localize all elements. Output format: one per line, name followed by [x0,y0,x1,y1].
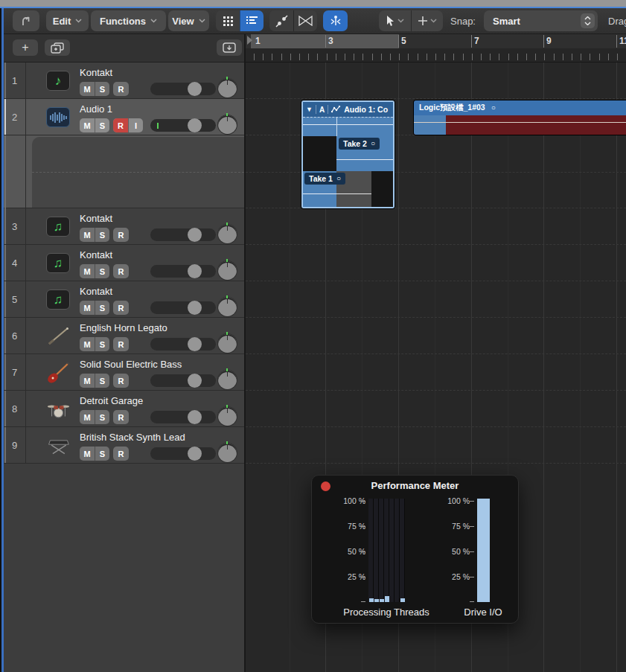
track-name[interactable]: Kontakt [80,213,112,224]
track-name[interactable]: Detroit Garage [80,395,143,406]
pan-knob[interactable] [218,79,237,97]
track-name[interactable]: Audio 1 [80,103,112,115]
comp-icon[interactable] [331,106,341,113]
track-name[interactable]: Kontakt [80,249,112,260]
solo-button[interactable]: S [95,374,109,388]
solo-button[interactable]: S [95,228,109,242]
duplicate-track-button[interactable] [45,39,70,56]
instrument-icon-box[interactable] [46,326,70,346]
take-folder-region[interactable]: ▼ A Audio 1: Co Take 2 ○ [301,100,395,208]
snap-dropdown[interactable]: Smart [484,10,598,31]
solo-button[interactable]: S [95,264,109,278]
audio-region-header[interactable]: Logic預設檔_1#03 ○ [414,100,626,115]
instrument-icon-box[interactable]: ♪ [46,71,70,91]
performance-meter-window[interactable]: Performance Meter 100 % 75 % 50 % 25 % 1… [311,475,519,624]
volume-knob[interactable] [188,118,202,132]
record-enable-button[interactable]: R [113,301,129,315]
track-name[interactable]: English Horn Legato [80,322,167,333]
bar-ruler[interactable]: 1 3 5 7 9 11 [246,34,626,63]
functions-menu-button[interactable]: Functions [91,10,166,31]
record-enable-button[interactable]: R [113,410,129,424]
mute-button[interactable]: M [80,264,95,278]
solo-button[interactable]: S [95,447,109,461]
input-monitor-button[interactable]: I [128,118,143,132]
solo-button[interactable]: S [95,337,109,351]
pan-knob[interactable] [218,371,237,389]
volume-slider[interactable] [150,119,216,132]
track-name[interactable]: Kontakt [80,286,112,297]
take-2-lane[interactable]: Take 2 ○ [303,136,393,171]
instrument-icon-box[interactable]: ♫ [46,253,70,273]
volume-knob[interactable] [188,447,202,461]
list-view-button[interactable] [240,10,264,31]
take-select-circle-icon[interactable]: ○ [491,104,496,112]
volume-knob[interactable] [188,374,202,388]
pan-knob[interactable] [218,115,237,134]
pointer-tool-button[interactable] [379,10,411,31]
volume-knob[interactable] [188,337,202,351]
volume-knob[interactable] [188,301,202,315]
pan-knob[interactable] [218,334,237,353]
track-row-4[interactable]: 4 ♫ Kontakt MS R [4,245,244,281]
grid-view-button[interactable] [216,10,240,31]
instrument-icon-box[interactable]: ♫ [46,289,70,310]
add-track-button[interactable]: + [13,39,38,56]
solo-button[interactable]: S [95,118,109,132]
mute-button[interactable]: M [80,447,95,461]
collapse-track-headers-button[interactable] [217,39,242,56]
mute-button[interactable]: M [80,374,95,388]
volume-slider[interactable] [150,374,216,387]
automation-button[interactable] [269,10,293,31]
volume-slider[interactable] [150,228,216,241]
take-1-lane[interactable]: Take 1 ○ [303,171,393,207]
solo-button[interactable]: S [95,410,109,424]
comp-a-button[interactable]: A [319,106,325,114]
secondary-tool-button[interactable] [411,10,443,31]
mute-button[interactable]: M [80,301,95,315]
volume-slider[interactable] [150,338,216,351]
pan-knob[interactable] [218,298,237,316]
solo-button[interactable]: S [95,82,109,96]
comp-lane[interactable] [303,117,393,136]
take-select-circle-icon[interactable]: ○ [371,140,375,147]
volume-knob[interactable] [188,82,202,96]
track-row-5[interactable]: 5 ♫ Kontakt MS R [4,281,244,318]
comp-section-boundary[interactable] [336,118,337,136]
track-row-9[interactable]: 9 British Stack Synth Lead MS R [4,427,244,464]
track-name[interactable]: Kontakt [80,67,112,78]
instrument-icon-box[interactable] [46,435,70,455]
track-row-7[interactable]: 7 Solid Soul Electric Bass MS R [4,354,244,391]
record-enable-button[interactable]: R [113,447,129,461]
record-enable-button[interactable]: R [113,374,129,388]
instrument-icon-box[interactable] [46,399,70,419]
volume-slider[interactable] [150,265,216,278]
take-1-label-chip[interactable]: Take 1 ○ [304,173,345,185]
volume-slider[interactable] [150,83,216,95]
mute-button[interactable]: M [80,82,95,96]
track-row-1[interactable]: 1 ♪ Kontakt M S R [4,63,244,99]
edit-menu-button[interactable]: Edit [46,10,89,31]
volume-knob[interactable] [188,264,202,278]
take-select-circle-icon[interactable]: ○ [336,175,341,182]
volume-knob[interactable] [188,410,202,424]
volume-knob[interactable] [188,228,202,242]
track-name[interactable]: Solid Soul Electric Bass [80,359,182,370]
record-enable-button[interactable]: R [113,264,129,278]
take-lane-headers[interactable] [4,135,244,208]
pan-knob[interactable] [218,261,237,280]
view-menu-button[interactable]: View [168,10,209,31]
track-row-3[interactable]: 3 ♫ Kontakt MS R [4,208,244,245]
record-enable-button[interactable]: R [113,337,129,351]
instrument-icon-box[interactable] [46,107,70,127]
volume-slider[interactable] [150,447,216,460]
volume-slider[interactable] [150,301,216,314]
volume-slider[interactable] [150,411,216,423]
track-row-2[interactable]: 2 Audio 1 M S R I [4,99,244,135]
track-name[interactable]: British Stack Synth Lead [80,432,185,443]
mute-button[interactable]: M [80,337,95,351]
catch-playhead-button[interactable] [323,10,348,31]
recording-audio-region[interactable]: Logic預設檔_1#03 ○ [414,100,626,135]
instrument-icon-box[interactable]: ♫ [46,217,70,237]
record-enable-button[interactable]: R [113,228,129,242]
take-2-label-chip[interactable]: Take 2 ○ [339,138,380,150]
